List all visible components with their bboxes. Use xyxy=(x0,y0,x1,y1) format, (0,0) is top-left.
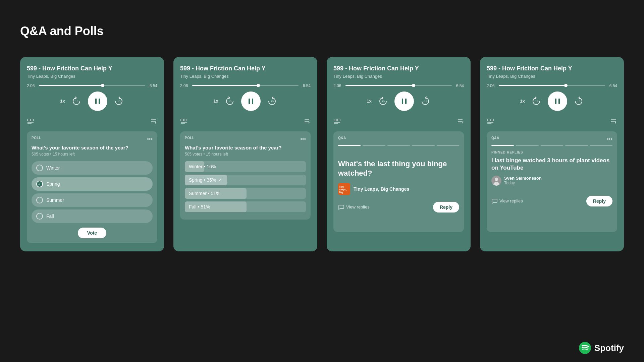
svg-rect-5 xyxy=(31,119,34,121)
time-elapsed-4: 2:06 xyxy=(487,83,496,88)
view-replies-btn-4[interactable]: View replies xyxy=(491,198,523,204)
svg-text:15: 15 xyxy=(271,100,274,103)
qa-tab-active-4[interactable] xyxy=(491,145,514,146)
skip-back-icon-2[interactable]: 15 xyxy=(224,96,235,107)
result-summer: Summer • 51% xyxy=(185,188,306,199)
progress-bar-4[interactable]: 2:06 -6:54 xyxy=(487,83,617,88)
chapters-icon-4[interactable] xyxy=(487,118,494,127)
chapters-icon-3[interactable] xyxy=(333,118,341,127)
progress-track-4[interactable] xyxy=(499,85,605,86)
poll-card-1: POLL ••• What's your favorite season of … xyxy=(27,131,157,243)
qa-tab-2-4[interactable] xyxy=(516,145,538,146)
poll-option-winter-1[interactable]: Winter xyxy=(32,161,153,175)
queue-icon-2[interactable] xyxy=(303,118,311,127)
bottom-icons-2 xyxy=(180,118,311,127)
progress-bar-3[interactable]: 2:06 -6:54 xyxy=(333,83,464,88)
poll-option-label-summer-1: Summer xyxy=(46,197,64,203)
svg-rect-41 xyxy=(555,99,556,104)
dots-menu-2[interactable]: ••• xyxy=(300,136,306,142)
view-replies-btn-3[interactable]: View replies xyxy=(338,204,370,210)
svg-rect-13 xyxy=(249,99,250,104)
progress-bar-1[interactable]: 2:06 -6:54 xyxy=(27,83,157,88)
pause-button-4[interactable] xyxy=(548,92,567,111)
tag-row-1: POLL ••• xyxy=(32,136,153,142)
chapters-icon-2[interactable] xyxy=(180,118,187,127)
dots-menu-4[interactable]: ••• xyxy=(607,136,612,142)
progress-track-3[interactable] xyxy=(345,85,452,86)
svg-rect-25 xyxy=(402,99,403,104)
qa-tab-4-4[interactable] xyxy=(565,145,588,146)
time-remaining-3: -6:54 xyxy=(454,83,464,88)
pause-button-1[interactable] xyxy=(88,92,107,111)
skip-back-icon-3[interactable]: 15 xyxy=(378,96,388,107)
poll-question-1: What's your favorite season of the year? xyxy=(32,145,153,150)
speed-4[interactable]: 1x xyxy=(520,99,525,104)
spring-check-icon: ✓ xyxy=(218,177,222,183)
svg-rect-28 xyxy=(334,119,337,121)
qa-tab-3-3[interactable] xyxy=(387,145,410,146)
qa-card-3: Q&A ••• What's the last thing you binge … xyxy=(333,131,464,232)
skip-forward-icon-2[interactable]: 15 xyxy=(267,96,277,107)
result-bar-fall: Fall • 51% xyxy=(185,201,306,212)
pinned-reply-text: I last binge watched 3 hours of plant vi… xyxy=(491,157,612,172)
qa-tab-3-4[interactable] xyxy=(541,145,563,146)
progress-track-2[interactable] xyxy=(192,85,299,86)
poll-option-summer-1[interactable]: Summer xyxy=(32,193,153,207)
speed-1[interactable]: 1x xyxy=(60,99,65,104)
skip-forward-icon-1[interactable]: 15 xyxy=(113,96,124,107)
card-poll-vote: 599 - How Friction Can Help Y Tiny Leaps… xyxy=(20,57,164,251)
queue-icon-1[interactable] xyxy=(150,118,157,127)
radio-winter-1 xyxy=(36,165,43,171)
bottom-icons-3 xyxy=(333,118,464,127)
svg-text:15: 15 xyxy=(577,100,580,103)
vote-btn-container: Vote xyxy=(32,228,153,238)
qa-tab-5-3[interactable] xyxy=(437,145,459,146)
skip-back-icon-1[interactable]: 15 xyxy=(71,96,82,107)
vote-button-1[interactable]: Vote xyxy=(78,228,106,238)
svg-text:15: 15 xyxy=(117,100,120,103)
poll-tag-1: POLL xyxy=(32,136,41,140)
tag-row-2: POLL ••• xyxy=(185,136,306,142)
svg-marker-23 xyxy=(309,122,310,124)
speed-3[interactable]: 1x xyxy=(367,99,371,104)
skip-forward-icon-3[interactable]: 15 xyxy=(420,96,431,107)
qa-tab-active-3[interactable] xyxy=(338,145,361,146)
result-label-spring: Spring • 35% ✓ xyxy=(189,177,302,183)
svg-text:15: 15 xyxy=(382,100,385,103)
result-bar-winter: Winter • 16% xyxy=(185,161,306,172)
progress-bar-2[interactable]: 2:06 -6:54 xyxy=(180,83,311,88)
spotify-icon xyxy=(579,342,591,354)
chapters-icon-1[interactable] xyxy=(27,118,34,127)
time-remaining-1: -6:54 xyxy=(148,83,157,88)
svg-text:Big: Big xyxy=(339,191,343,194)
reply-button-3[interactable]: Reply xyxy=(433,202,459,213)
svg-rect-26 xyxy=(405,99,407,104)
poll-results-card: POLL ••• What's your favorite season of … xyxy=(180,131,311,220)
svg-text:15: 15 xyxy=(424,100,427,103)
speed-2[interactable]: 1x xyxy=(213,99,218,104)
qa-tab-4-3[interactable] xyxy=(412,145,434,146)
svg-rect-2 xyxy=(99,99,100,104)
pause-button-2[interactable] xyxy=(241,92,261,111)
poll-option-spring-1[interactable]: Spring xyxy=(32,177,153,191)
skip-forward-icon-4[interactable]: 15 xyxy=(573,96,584,107)
qa-tag-3: Q&A xyxy=(338,136,346,140)
svg-text:15: 15 xyxy=(535,100,538,103)
poll-meta-2: 505 votes • 15 hours left xyxy=(185,152,306,157)
queue-icon-4[interactable] xyxy=(610,118,617,127)
dots-menu-1[interactable]: ••• xyxy=(147,136,153,142)
reply-button-4[interactable]: Reply xyxy=(586,196,612,206)
poll-option-fall-1[interactable]: Fall xyxy=(32,209,153,223)
progress-track-1[interactable] xyxy=(39,85,145,86)
queue-icon-3[interactable] xyxy=(457,118,464,127)
card-poll-results: 599 - How Friction Can Help Y Tiny Leaps… xyxy=(173,57,317,251)
pause-button-3[interactable] xyxy=(394,92,414,111)
qa-tab-5-4[interactable] xyxy=(590,145,612,146)
view-replies-label-3: View replies xyxy=(346,204,370,209)
skip-back-icon-4[interactable]: 15 xyxy=(531,96,542,107)
result-bar-summer: Summer • 51% xyxy=(185,188,306,199)
time-elapsed-2: 2:06 xyxy=(180,83,190,88)
qa-tab-2-3[interactable] xyxy=(363,145,385,146)
author-avatar-3: TinyLeaps,Big xyxy=(338,183,350,195)
result-spring: Spring • 35% ✓ xyxy=(185,175,306,185)
